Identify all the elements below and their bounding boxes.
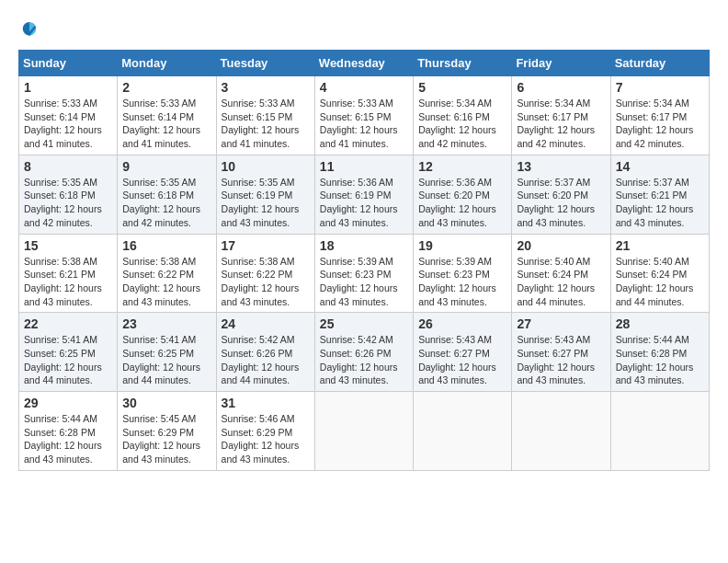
- calendar-cell: 26 Sunrise: 5:43 AM Sunset: 6:27 PM Dayl…: [414, 313, 512, 392]
- calendar-week-5: 29 Sunrise: 5:44 AM Sunset: 6:28 PM Dayl…: [19, 392, 710, 471]
- calendar-cell: 15 Sunrise: 5:38 AM Sunset: 6:21 PM Dayl…: [19, 234, 118, 313]
- day-number: 23: [122, 316, 210, 331]
- day-info: Sunrise: 5:44 AM Sunset: 6:28 PM Dayligh…: [616, 333, 704, 387]
- day-number: 12: [418, 159, 506, 174]
- day-info: Sunrise: 5:34 AM Sunset: 6:17 PM Dayligh…: [517, 97, 605, 151]
- calendar-cell: 14 Sunrise: 5:37 AM Sunset: 6:21 PM Dayl…: [610, 155, 709, 234]
- day-info: Sunrise: 5:33 AM Sunset: 6:14 PM Dayligh…: [122, 97, 210, 151]
- day-number: 7: [616, 80, 704, 95]
- day-info: Sunrise: 5:38 AM Sunset: 6:21 PM Dayligh…: [24, 255, 112, 309]
- day-number: 30: [122, 396, 210, 410]
- calendar-cell: [512, 392, 610, 471]
- day-info: Sunrise: 5:33 AM Sunset: 6:14 PM Dayligh…: [24, 97, 112, 151]
- day-number: 6: [517, 80, 605, 95]
- day-info: Sunrise: 5:43 AM Sunset: 6:27 PM Dayligh…: [517, 333, 605, 387]
- day-info: Sunrise: 5:33 AM Sunset: 6:15 PM Dayligh…: [222, 97, 310, 151]
- day-header-tuesday: Tuesday: [216, 51, 314, 76]
- calendar-cell: 16 Sunrise: 5:38 AM Sunset: 6:22 PM Dayl…: [118, 234, 216, 313]
- calendar-cell: 12 Sunrise: 5:36 AM Sunset: 6:20 PM Dayl…: [414, 155, 512, 234]
- day-number: 24: [222, 316, 310, 331]
- day-info: Sunrise: 5:37 AM Sunset: 6:20 PM Dayligh…: [517, 176, 605, 230]
- day-info: Sunrise: 5:36 AM Sunset: 6:19 PM Dayligh…: [320, 176, 408, 230]
- day-info: Sunrise: 5:40 AM Sunset: 6:24 PM Dayligh…: [616, 255, 704, 309]
- calendar-cell: 8 Sunrise: 5:35 AM Sunset: 6:18 PM Dayli…: [19, 155, 118, 234]
- day-info: Sunrise: 5:40 AM Sunset: 6:24 PM Dayligh…: [517, 255, 605, 309]
- calendar-cell: 11 Sunrise: 5:36 AM Sunset: 6:19 PM Dayl…: [314, 155, 413, 234]
- day-info: Sunrise: 5:43 AM Sunset: 6:27 PM Dayligh…: [418, 333, 506, 387]
- calendar-header: SundayMondayTuesdayWednesdayThursdayFrid…: [19, 51, 710, 76]
- day-info: Sunrise: 5:36 AM Sunset: 6:20 PM Dayligh…: [418, 176, 506, 230]
- day-info: Sunrise: 5:34 AM Sunset: 6:17 PM Dayligh…: [616, 97, 704, 151]
- day-info: Sunrise: 5:37 AM Sunset: 6:21 PM Dayligh…: [616, 176, 704, 230]
- day-number: 11: [320, 159, 408, 174]
- day-info: Sunrise: 5:38 AM Sunset: 6:22 PM Dayligh…: [222, 255, 310, 309]
- day-number: 4: [320, 80, 408, 95]
- day-info: Sunrise: 5:38 AM Sunset: 6:22 PM Dayligh…: [122, 255, 210, 309]
- day-info: Sunrise: 5:42 AM Sunset: 6:26 PM Dayligh…: [222, 333, 310, 387]
- calendar-cell: 13 Sunrise: 5:37 AM Sunset: 6:20 PM Dayl…: [512, 155, 610, 234]
- day-number: 17: [222, 238, 310, 253]
- day-number: 9: [122, 159, 210, 174]
- calendar-cell: 7 Sunrise: 5:34 AM Sunset: 6:17 PM Dayli…: [610, 76, 709, 155]
- calendar-cell: 27 Sunrise: 5:43 AM Sunset: 6:27 PM Dayl…: [512, 313, 610, 392]
- calendar-cell: [414, 392, 512, 471]
- calendar-cell: 17 Sunrise: 5:38 AM Sunset: 6:22 PM Dayl…: [216, 234, 314, 313]
- day-number: 20: [517, 238, 605, 253]
- day-number: 19: [418, 238, 506, 253]
- logo-icon: [18, 18, 40, 40]
- day-info: Sunrise: 5:35 AM Sunset: 6:18 PM Dayligh…: [122, 176, 210, 230]
- day-number: 25: [320, 316, 408, 331]
- calendar-week-2: 8 Sunrise: 5:35 AM Sunset: 6:18 PM Dayli…: [19, 155, 710, 234]
- day-info: Sunrise: 5:35 AM Sunset: 6:19 PM Dayligh…: [222, 176, 310, 230]
- day-header-monday: Monday: [118, 51, 216, 76]
- day-number: 15: [24, 238, 112, 253]
- calendar-cell: 4 Sunrise: 5:33 AM Sunset: 6:15 PM Dayli…: [314, 76, 413, 155]
- calendar-week-1: 1 Sunrise: 5:33 AM Sunset: 6:14 PM Dayli…: [19, 76, 710, 155]
- day-info: Sunrise: 5:34 AM Sunset: 6:16 PM Dayligh…: [418, 97, 506, 151]
- day-header-saturday: Saturday: [610, 51, 709, 76]
- calendar-cell: 3 Sunrise: 5:33 AM Sunset: 6:15 PM Dayli…: [216, 76, 314, 155]
- calendar-cell: 24 Sunrise: 5:42 AM Sunset: 6:26 PM Dayl…: [216, 313, 314, 392]
- calendar-cell: 5 Sunrise: 5:34 AM Sunset: 6:16 PM Dayli…: [414, 76, 512, 155]
- day-header-wednesday: Wednesday: [314, 51, 413, 76]
- day-info: Sunrise: 5:39 AM Sunset: 6:23 PM Dayligh…: [418, 255, 506, 309]
- day-number: 18: [320, 238, 408, 253]
- calendar-cell: [314, 392, 413, 471]
- day-header-sunday: Sunday: [19, 51, 118, 76]
- calendar-cell: 2 Sunrise: 5:33 AM Sunset: 6:14 PM Dayli…: [118, 76, 216, 155]
- day-header-thursday: Thursday: [414, 51, 512, 76]
- calendar-cell: 19 Sunrise: 5:39 AM Sunset: 6:23 PM Dayl…: [414, 234, 512, 313]
- page-header: [18, 18, 710, 40]
- day-number: 29: [24, 396, 112, 410]
- day-number: 31: [222, 396, 310, 410]
- calendar-cell: 22 Sunrise: 5:41 AM Sunset: 6:25 PM Dayl…: [19, 313, 118, 392]
- day-number: 22: [24, 316, 112, 331]
- calendar-cell: 9 Sunrise: 5:35 AM Sunset: 6:18 PM Dayli…: [118, 155, 216, 234]
- calendar-cell: 18 Sunrise: 5:39 AM Sunset: 6:23 PM Dayl…: [314, 234, 413, 313]
- day-number: 10: [222, 159, 310, 174]
- day-info: Sunrise: 5:41 AM Sunset: 6:25 PM Dayligh…: [122, 333, 210, 387]
- calendar-cell: 20 Sunrise: 5:40 AM Sunset: 6:24 PM Dayl…: [512, 234, 610, 313]
- day-number: 21: [616, 238, 704, 253]
- day-number: 27: [517, 316, 605, 331]
- calendar-cell: 23 Sunrise: 5:41 AM Sunset: 6:25 PM Dayl…: [118, 313, 216, 392]
- calendar-cell: 1 Sunrise: 5:33 AM Sunset: 6:14 PM Dayli…: [19, 76, 118, 155]
- calendar-week-3: 15 Sunrise: 5:38 AM Sunset: 6:21 PM Dayl…: [19, 234, 710, 313]
- calendar-cell: [610, 392, 709, 471]
- calendar-cell: 28 Sunrise: 5:44 AM Sunset: 6:28 PM Dayl…: [610, 313, 709, 392]
- day-info: Sunrise: 5:46 AM Sunset: 6:29 PM Dayligh…: [222, 412, 310, 466]
- day-info: Sunrise: 5:35 AM Sunset: 6:18 PM Dayligh…: [24, 176, 112, 230]
- calendar-cell: 25 Sunrise: 5:42 AM Sunset: 6:26 PM Dayl…: [314, 313, 413, 392]
- calendar-cell: 29 Sunrise: 5:44 AM Sunset: 6:28 PM Dayl…: [19, 392, 118, 471]
- calendar-cell: 21 Sunrise: 5:40 AM Sunset: 6:24 PM Dayl…: [610, 234, 709, 313]
- day-info: Sunrise: 5:44 AM Sunset: 6:28 PM Dayligh…: [24, 412, 112, 466]
- day-number: 2: [122, 80, 210, 95]
- day-info: Sunrise: 5:33 AM Sunset: 6:15 PM Dayligh…: [320, 97, 408, 151]
- day-info: Sunrise: 5:41 AM Sunset: 6:25 PM Dayligh…: [24, 333, 112, 387]
- day-number: 14: [616, 159, 704, 174]
- calendar-table: SundayMondayTuesdayWednesdayThursdayFrid…: [18, 50, 710, 471]
- day-number: 28: [616, 316, 704, 331]
- header-row: SundayMondayTuesdayWednesdayThursdayFrid…: [19, 51, 710, 76]
- calendar-cell: 6 Sunrise: 5:34 AM Sunset: 6:17 PM Dayli…: [512, 76, 610, 155]
- calendar-week-4: 22 Sunrise: 5:41 AM Sunset: 6:25 PM Dayl…: [19, 313, 710, 392]
